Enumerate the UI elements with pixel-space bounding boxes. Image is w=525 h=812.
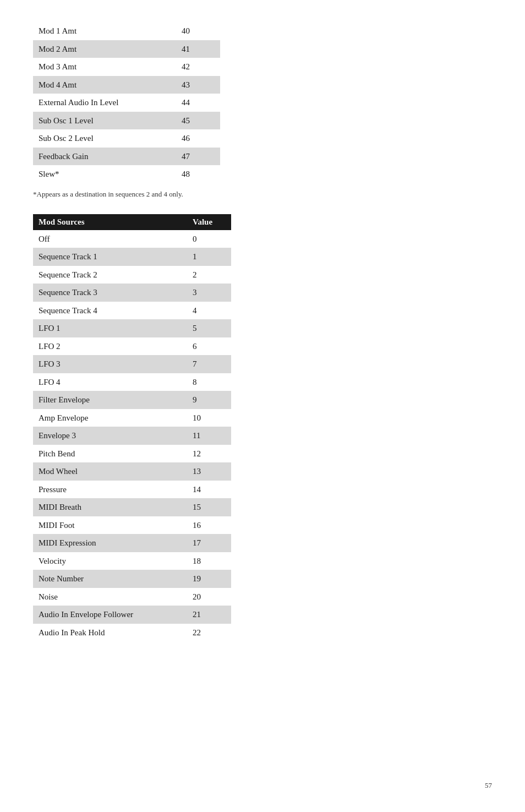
- table-row: Mod 1 Amt40: [33, 22, 220, 40]
- table-row: LFO 26: [33, 337, 231, 356]
- top-table-value: 48: [176, 165, 220, 183]
- mod-source-value: 3: [187, 284, 231, 302]
- table-row: Mod Wheel13: [33, 462, 231, 481]
- mod-source-label: Amp Envelope: [33, 409, 187, 427]
- mod-sources-value-header: Value: [187, 214, 231, 230]
- table-row: LFO 37: [33, 355, 231, 373]
- top-table-label: Mod 4 Amt: [33, 76, 176, 94]
- table-row: Sequence Track 22: [33, 266, 231, 284]
- mod-source-label: LFO 4: [33, 373, 187, 391]
- table-row: Sub Osc 2 Level46: [33, 129, 220, 148]
- mod-source-label: Pressure: [33, 481, 187, 499]
- table-row: Sub Osc 1 Level45: [33, 112, 220, 130]
- mod-source-label: Audio In Peak Hold: [33, 624, 187, 642]
- top-table-value: 40: [176, 22, 220, 40]
- mod-source-value: 15: [187, 498, 231, 516]
- table-row: Mod 3 Amt42: [33, 58, 220, 76]
- mod-source-label: LFO 3: [33, 355, 187, 373]
- table-row: LFO 48: [33, 373, 231, 391]
- mod-source-value: 21: [187, 606, 231, 624]
- mod-source-value: 9: [187, 391, 231, 409]
- table-row: MIDI Expression17: [33, 534, 231, 552]
- mod-source-value: 1: [187, 248, 231, 266]
- mod-source-label: Off: [33, 230, 187, 248]
- top-table-label: Mod 2 Amt: [33, 40, 176, 58]
- mod-source-value: 17: [187, 534, 231, 552]
- mod-source-label: Sequence Track 4: [33, 302, 187, 320]
- mod-source-label: LFO 2: [33, 337, 187, 356]
- top-table-value: 43: [176, 76, 220, 94]
- mod-sources-table: Mod Sources Value Off0Sequence Track 11S…: [33, 214, 231, 642]
- top-table-label: Mod 3 Amt: [33, 58, 176, 76]
- mod-source-label: MIDI Breath: [33, 498, 187, 516]
- mod-source-label: Sequence Track 3: [33, 284, 187, 302]
- table-row: External Audio In Level44: [33, 94, 220, 112]
- top-table-value: 41: [176, 40, 220, 58]
- mod-source-value: 19: [187, 570, 231, 588]
- mod-source-label: Note Number: [33, 570, 187, 588]
- mod-source-value: 14: [187, 481, 231, 499]
- table-row: Sequence Track 11: [33, 248, 231, 266]
- mod-source-value: 18: [187, 552, 231, 570]
- mod-source-label: Envelope 3: [33, 427, 187, 445]
- top-table-label: Slew*: [33, 165, 176, 183]
- top-table-value: 45: [176, 112, 220, 130]
- top-table-value: 46: [176, 129, 220, 148]
- mod-source-value: 6: [187, 337, 231, 356]
- mod-source-label: Audio In Envelope Follower: [33, 606, 187, 624]
- mod-source-value: 2: [187, 266, 231, 284]
- mod-source-label: LFO 1: [33, 319, 187, 337]
- top-table-value: 44: [176, 94, 220, 112]
- mod-source-value: 11: [187, 427, 231, 445]
- table-row: Mod 4 Amt43: [33, 76, 220, 94]
- top-parameters-table: Mod 1 Amt40Mod 2 Amt41Mod 3 Amt42Mod 4 A…: [33, 22, 220, 183]
- table-row: Off0: [33, 230, 231, 248]
- top-table-value: 42: [176, 58, 220, 76]
- mod-source-label: Velocity: [33, 552, 187, 570]
- mod-source-value: 7: [187, 355, 231, 373]
- footnote-text: *Appears as a destination in sequences 2…: [33, 190, 492, 199]
- mod-source-value: 22: [187, 624, 231, 642]
- page-number: 57: [485, 781, 492, 790]
- mod-source-value: 13: [187, 462, 231, 481]
- mod-source-label: Filter Envelope: [33, 391, 187, 409]
- table-row: Velocity18: [33, 552, 231, 570]
- mod-source-label: Mod Wheel: [33, 462, 187, 481]
- table-row: Audio In Peak Hold22: [33, 624, 231, 642]
- table-row: Slew*48: [33, 165, 220, 183]
- table-row: MIDI Breath15: [33, 498, 231, 516]
- table-row: Feedback Gain47: [33, 148, 220, 166]
- top-table-label: Sub Osc 2 Level: [33, 129, 176, 148]
- table-row: Note Number19: [33, 570, 231, 588]
- mod-source-value: 8: [187, 373, 231, 391]
- top-table-label: Sub Osc 1 Level: [33, 112, 176, 130]
- table-row: Amp Envelope10: [33, 409, 231, 427]
- mod-source-value: 10: [187, 409, 231, 427]
- table-row: MIDI Foot16: [33, 516, 231, 535]
- mod-sources-col-header: Mod Sources: [33, 214, 187, 230]
- mod-source-value: 16: [187, 516, 231, 535]
- mod-source-label: MIDI Expression: [33, 534, 187, 552]
- mod-source-label: Noise: [33, 588, 187, 606]
- table-row: Envelope 311: [33, 427, 231, 445]
- table-row: Pitch Bend12: [33, 445, 231, 463]
- mod-source-label: Sequence Track 2: [33, 266, 187, 284]
- table-row: LFO 15: [33, 319, 231, 337]
- top-table-label: Feedback Gain: [33, 148, 176, 166]
- table-row: Mod 2 Amt41: [33, 40, 220, 58]
- table-row: Noise20: [33, 588, 231, 606]
- mod-source-label: Sequence Track 1: [33, 248, 187, 266]
- mod-source-label: Pitch Bend: [33, 445, 187, 463]
- mod-source-label: MIDI Foot: [33, 516, 187, 535]
- table-row: Filter Envelope9: [33, 391, 231, 409]
- mod-source-value: 20: [187, 588, 231, 606]
- top-table-value: 47: [176, 148, 220, 166]
- table-row: Pressure14: [33, 481, 231, 499]
- mod-source-value: 5: [187, 319, 231, 337]
- table-row: Audio In Envelope Follower21: [33, 606, 231, 624]
- mod-source-value: 4: [187, 302, 231, 320]
- top-table-label: External Audio In Level: [33, 94, 176, 112]
- mod-source-value: 0: [187, 230, 231, 248]
- mod-source-value: 12: [187, 445, 231, 463]
- table-row: Sequence Track 44: [33, 302, 231, 320]
